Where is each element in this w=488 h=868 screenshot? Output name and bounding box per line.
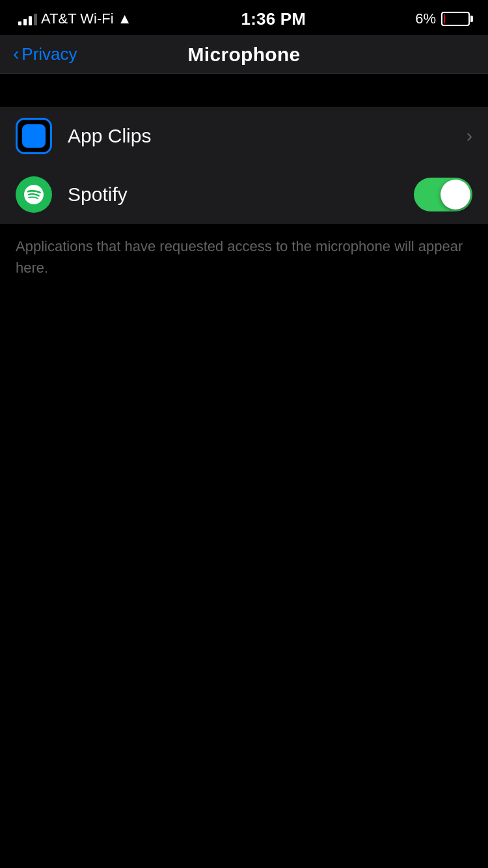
toggle-knob — [441, 180, 470, 210]
spotify-row[interactable]: Spotify — [0, 165, 488, 224]
status-left: AT&T Wi-Fi ▲ — [18, 10, 131, 27]
time-label: 1:36 PM — [241, 9, 306, 29]
back-label: Privacy — [21, 44, 77, 64]
signal-icon — [18, 12, 37, 25]
status-bar: AT&T Wi-Fi ▲ 1:36 PM 6% — [0, 0, 488, 35]
status-right: 6% — [415, 10, 470, 27]
app-clips-row[interactable]: App Clips › — [0, 107, 488, 165]
app-clips-label: App Clips — [68, 125, 467, 147]
carrier-label: AT&T Wi-Fi — [41, 10, 114, 27]
nav-bar: ‹ Privacy Microphone — [0, 35, 488, 74]
back-chevron-icon: ‹ — [13, 44, 19, 64]
spotify-toggle[interactable] — [414, 178, 472, 211]
wifi-icon: ▲ — [118, 10, 132, 27]
battery-icon — [441, 12, 470, 26]
battery-percent: 6% — [415, 10, 436, 27]
spacer — [0, 74, 488, 107]
chevron-right-icon: › — [467, 126, 472, 146]
app-list: App Clips › Spotify — [0, 107, 488, 224]
page-title: Microphone — [188, 44, 301, 66]
app-clips-icon — [16, 118, 52, 154]
footer-note: Applications that have requested access … — [0, 224, 488, 290]
spotify-label: Spotify — [68, 183, 414, 206]
spotify-icon — [16, 176, 52, 213]
back-button[interactable]: ‹ Privacy — [13, 44, 77, 64]
